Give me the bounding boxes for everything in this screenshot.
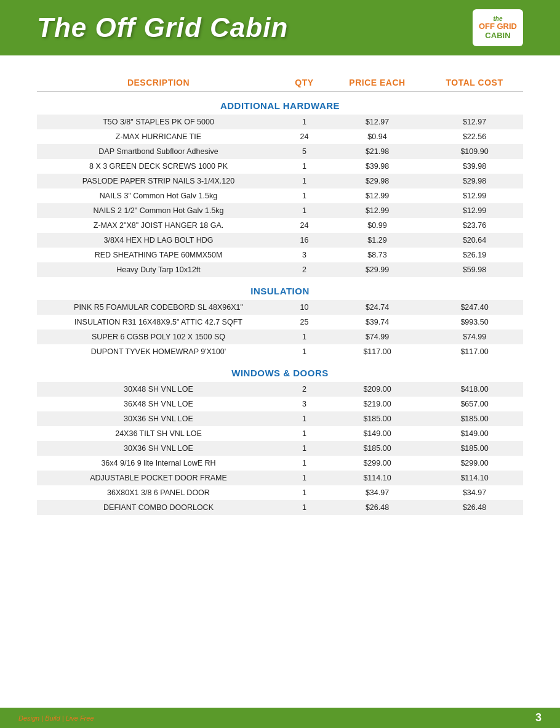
cell-total: $185.00: [426, 441, 523, 456]
table-row: RED SHEATHING TAPE 60MMX50M3$8.73$26.19: [37, 248, 523, 262]
cell-price: $12.99: [329, 203, 426, 218]
cell-description: Heavy Duty Tarp 10x12ft: [37, 262, 280, 277]
cell-description: 36X48 SH VNL LOE: [37, 397, 280, 411]
cell-total: $26.48: [426, 500, 523, 515]
table-row: DEFIANT COMBO DOORLOCK1$26.48$26.48: [37, 500, 523, 515]
cell-total: $418.00: [426, 382, 523, 397]
cell-total: $117.00: [426, 344, 523, 359]
col-qty: QTY: [280, 74, 329, 92]
cell-description: NAILS 2 1/2" Common Hot Galv 1.5kg: [37, 203, 280, 218]
cell-description: PASLODE PAPER STRIP NAILS 3-1/4X.120: [37, 174, 280, 188]
table-row: 36X80X1 3/8 6 PANEL DOOR1$34.97$34.97: [37, 485, 523, 500]
table-row: NAILS 2 1/2" Common Hot Galv 1.5kg1$12.9…: [37, 203, 523, 218]
cell-qty: 1: [280, 330, 329, 344]
header-title: The Off Grid Cabin: [37, 12, 288, 43]
cell-qty: 1: [280, 471, 329, 485]
cell-description: ADJUSTABLE POCKET DOOR FRAME: [37, 471, 280, 485]
table-row: SUPER 6 CGSB POLY 102 X 1500 SQ1$74.99$7…: [37, 330, 523, 344]
table-row: 8 X 3 GREEN DECK SCREWS 1000 PK1$39.98$3…: [37, 159, 523, 174]
table-row: 24X36 TILT SH VNL LOE1$149.00$149.00: [37, 426, 523, 441]
section-header-row: INSULATION: [37, 277, 523, 300]
cell-total: $299.00: [426, 456, 523, 471]
cell-qty: 1: [280, 411, 329, 426]
table-row: 36X48 SH VNL LOE3$219.00$657.00: [37, 397, 523, 411]
cell-qty: 1: [280, 203, 329, 218]
main-content: DESCRIPTION QTY PRICE EACH TOTAL COST AD…: [0, 55, 560, 552]
cell-price: $24.74: [329, 300, 426, 315]
footer-page: 3: [535, 711, 542, 724]
cell-price: $0.94: [329, 129, 426, 144]
cell-description: 36X80X1 3/8 6 PANEL DOOR: [37, 485, 280, 500]
table-row: ADJUSTABLE POCKET DOOR FRAME1$114.10$114…: [37, 471, 523, 485]
cell-total: $59.98: [426, 262, 523, 277]
cell-total: $29.98: [426, 174, 523, 188]
cell-price: $114.10: [329, 471, 426, 485]
table-row: 36x4 9/16 9 lite Internal LowE RH1$299.0…: [37, 456, 523, 471]
cell-qty: 1: [280, 456, 329, 471]
cell-total: $247.40: [426, 300, 523, 315]
logo-line2: CABIN: [485, 31, 510, 40]
table-row: DAP Smartbond Subfloor Adhesive5$21.98$1…: [37, 144, 523, 159]
cell-price: $39.98: [329, 159, 426, 174]
cell-description: 30X48 SH VNL LOE: [37, 382, 280, 397]
cell-price: $8.73: [329, 248, 426, 262]
cell-price: $26.48: [329, 500, 426, 515]
cell-qty: 1: [280, 426, 329, 441]
cell-description: RED SHEATHING TAPE 60MMX50M: [37, 248, 280, 262]
cell-total: $22.56: [426, 129, 523, 144]
cell-qty: 24: [280, 129, 329, 144]
cell-qty: 1: [280, 159, 329, 174]
section-header-row: ADDITIONAL HARDWARE: [37, 92, 523, 115]
cell-total: $12.99: [426, 203, 523, 218]
cell-description: T5O 3/8" STAPLES PK OF 5000: [37, 115, 280, 129]
table-row: Z-MAX HURRICANE TIE24$0.94$22.56: [37, 129, 523, 144]
section-header-row: WINDOWS & DOORS: [37, 359, 523, 382]
table-row: PASLODE PAPER STRIP NAILS 3-1/4X.1201$29…: [37, 174, 523, 188]
cell-price: $21.98: [329, 144, 426, 159]
footer: Design | Build | Live Free 3: [0, 708, 560, 728]
cell-price: $39.74: [329, 315, 426, 330]
cell-total: $20.64: [426, 233, 523, 248]
cell-description: DAP Smartbond Subfloor Adhesive: [37, 144, 280, 159]
cell-qty: 1: [280, 344, 329, 359]
cell-qty: 1: [280, 441, 329, 456]
cell-description: NAILS 3" Common Hot Galv 1.5kg: [37, 188, 280, 203]
cell-price: $219.00: [329, 397, 426, 411]
cell-description: 24X36 TILT SH VNL LOE: [37, 426, 280, 441]
cell-qty: 1: [280, 188, 329, 203]
cell-price: $299.00: [329, 456, 426, 471]
cell-price: $185.00: [329, 411, 426, 426]
cell-description: PINK R5 FOAMULAR CODEBORD SL 48X96X1": [37, 300, 280, 315]
cell-total: $12.99: [426, 188, 523, 203]
cell-qty: 2: [280, 262, 329, 277]
cell-total: $23.76: [426, 218, 523, 233]
cell-description: Z-MAX 2"X8" JOIST HANGER 18 GA.: [37, 218, 280, 233]
cell-qty: 5: [280, 144, 329, 159]
table-row: 3/8X4 HEX HD LAG BOLT HDG16$1.29$20.64: [37, 233, 523, 248]
footer-tagline: Design | Build | Live Free: [18, 714, 94, 722]
cell-qty: 10: [280, 300, 329, 315]
cell-price: $12.97: [329, 115, 426, 129]
table-row: 30X36 SH VNL LOE1$185.00$185.00: [37, 411, 523, 426]
cell-total: $74.99: [426, 330, 523, 344]
table-row: NAILS 3" Common Hot Galv 1.5kg1$12.99$12…: [37, 188, 523, 203]
cell-description: 30X36 SH VNL LOE: [37, 441, 280, 456]
cell-price: $34.97: [329, 485, 426, 500]
cell-qty: 1: [280, 485, 329, 500]
table-header-row: DESCRIPTION QTY PRICE EACH TOTAL COST: [37, 74, 523, 92]
cell-description: DUPONT TYVEK HOMEWRAP 9'X100': [37, 344, 280, 359]
cell-price: $0.99: [329, 218, 426, 233]
cell-price: $1.29: [329, 233, 426, 248]
cell-description: 3/8X4 HEX HD LAG BOLT HDG: [37, 233, 280, 248]
col-description: DESCRIPTION: [37, 74, 280, 92]
table-row: 30X36 SH VNL LOE1$185.00$185.00: [37, 441, 523, 456]
table-row: INSULATION R31 16X48X9.5" ATTIC 42.7 SQF…: [37, 315, 523, 330]
cell-qty: 1: [280, 500, 329, 515]
cell-price: $209.00: [329, 382, 426, 397]
cell-total: $12.97: [426, 115, 523, 129]
cell-description: INSULATION R31 16X48X9.5" ATTIC 42.7 SQF…: [37, 315, 280, 330]
price-table: DESCRIPTION QTY PRICE EACH TOTAL COST AD…: [37, 74, 523, 515]
table-row: DUPONT TYVEK HOMEWRAP 9'X100'1$117.00$11…: [37, 344, 523, 359]
cell-total: $149.00: [426, 426, 523, 441]
cell-qty: 24: [280, 218, 329, 233]
